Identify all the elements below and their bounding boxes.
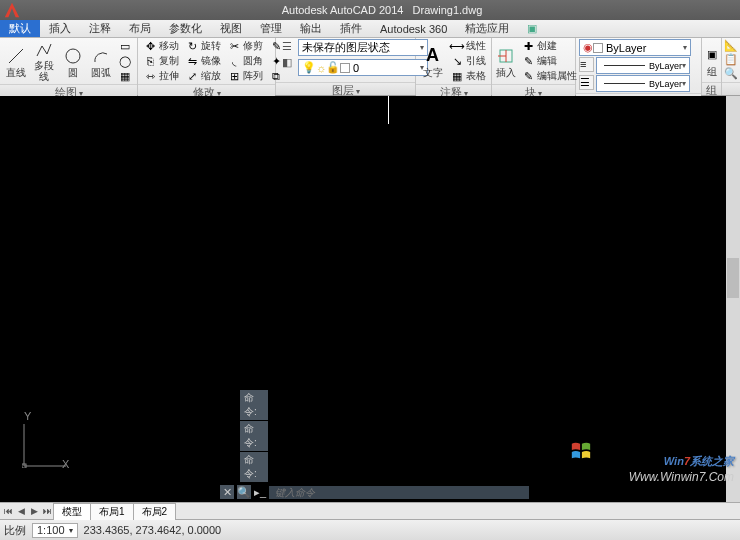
array-icon: ⊞ — [227, 70, 241, 83]
layer-state-combo[interactable]: 未保存的图层状态▾ — [298, 39, 428, 56]
polyline-icon — [33, 40, 55, 60]
insert-block-button[interactable]: 插入 — [495, 40, 517, 82]
panel-annotation: A 文字 ⟷线性 ↘引线 ▦表格 注释▾ — [416, 38, 492, 95]
tab-model[interactable]: 模型 — [53, 503, 91, 520]
stretch-icon: ⇿ — [143, 70, 157, 83]
cmd-history-line: 命令: — [240, 390, 268, 420]
fillet-button[interactable]: ◟圆角 — [225, 54, 265, 68]
create-icon: ✚ — [521, 40, 535, 53]
tab-view[interactable]: 视图 — [211, 20, 251, 37]
command-input[interactable] — [269, 486, 529, 499]
tab-featured[interactable]: 精选应用 — [456, 20, 518, 37]
tab-layout[interactable]: 布局 — [120, 20, 160, 37]
tab-annotate[interactable]: 注释 — [80, 20, 120, 37]
leader-button[interactable]: ↘引线 — [448, 54, 488, 68]
scroll-thumb-v[interactable] — [727, 258, 739, 298]
util-1[interactable]: 📐 — [724, 39, 738, 52]
match-icon: ≡ — [580, 58, 586, 70]
ucs-x-label: X — [62, 458, 69, 470]
array-button[interactable]: ⊞阵列 — [225, 69, 265, 83]
mirror-button[interactable]: ⇋镜像 — [183, 54, 223, 68]
cmd-close-button[interactable]: ✕ — [220, 485, 234, 499]
group-icon: ▣ — [701, 44, 723, 66]
tab-nav-next[interactable]: ▶ — [28, 505, 41, 518]
table-button[interactable]: ▦表格 — [448, 69, 488, 83]
match-prop-button[interactable]: ≡ — [579, 57, 594, 72]
layers-icon: ☰ — [282, 40, 292, 53]
scale-combo[interactable]: 1:100▾ — [32, 523, 78, 538]
scrollbar-vertical[interactable] — [726, 96, 740, 502]
panel-modify: ✥移动 ⎘复制 ⇿拉伸 ↻旋转 ⇋镜像 ⤢缩放 ✂修剪 ◟圆角 ⊞阵列 ✎ ✦ … — [138, 38, 276, 95]
trim-icon: ✂ — [227, 40, 241, 53]
stretch-button[interactable]: ⇿拉伸 — [141, 69, 181, 83]
line-icon — [5, 45, 27, 67]
title-bar: Autodesk AutoCAD 2014 Drawing1.dwg — [0, 0, 740, 20]
tab-nav-prev[interactable]: ◀ — [15, 505, 28, 518]
circle-icon — [62, 45, 84, 67]
util-2[interactable]: 📋 — [724, 53, 738, 66]
attr-icon: ✎ — [521, 70, 535, 83]
group-button[interactable]: ▣ 组 — [703, 39, 721, 81]
tab-overflow-icon[interactable]: ▣ — [518, 20, 546, 37]
draw-extra-1[interactable]: ▭ — [116, 39, 134, 53]
tab-plugins[interactable]: 插件 — [331, 20, 371, 37]
lweight-preview — [604, 65, 645, 66]
lineweight-combo[interactable]: ByLayer▾ — [596, 57, 690, 74]
text-button[interactable]: A 文字 — [419, 40, 446, 82]
list-prop-button[interactable]: ☰ — [579, 75, 594, 90]
window-title: Autodesk AutoCAD 2014 Drawing1.dwg — [24, 4, 740, 16]
app-logo-icon[interactable] — [0, 0, 24, 20]
trim-button[interactable]: ✂修剪 — [225, 39, 265, 53]
sun-icon: ☼ — [316, 62, 326, 74]
move-button[interactable]: ✥移动 — [141, 39, 181, 53]
arc-icon — [90, 45, 112, 67]
ucs-y-label: Y — [24, 410, 31, 422]
dim-icon: ⟷ — [450, 40, 464, 53]
linetype-combo[interactable]: ByLayer▾ — [596, 75, 690, 92]
tab-manage[interactable]: 管理 — [251, 20, 291, 37]
line-button[interactable]: 直线 — [3, 40, 29, 82]
rotate-button[interactable]: ↻旋转 — [183, 39, 223, 53]
tab-autodesk360[interactable]: Autodesk 360 — [371, 20, 456, 37]
panel-layer-title[interactable]: 图层▾ — [276, 82, 415, 95]
arc-button[interactable]: 圆弧 — [88, 40, 114, 82]
drawing-canvas[interactable]: Y X 命令: 命令: 命令: ✕ 🔍 ▸_ Win7系统之家 Www.Winw… — [0, 96, 740, 502]
scale-button[interactable]: ⤢缩放 — [183, 69, 223, 83]
measure-icon: 📐 — [724, 39, 738, 51]
block-edit-button[interactable]: ✎编辑 — [519, 54, 579, 68]
color-combo[interactable]: ◉ ByLayer▾ — [579, 39, 691, 56]
circle-button[interactable]: 圆 — [60, 40, 86, 82]
cmd-prompt-icon: ▸_ — [254, 486, 266, 499]
panel-group-title[interactable]: 组 — [702, 82, 721, 95]
scale-icon: ⤢ — [185, 70, 199, 83]
fillet-icon: ◟ — [227, 55, 241, 68]
crosshair-icon — [388, 96, 389, 124]
block-attr-button[interactable]: ✎编辑属性 — [519, 69, 579, 83]
svg-point-2 — [66, 49, 80, 63]
cmd-history-line: 命令: — [240, 421, 268, 451]
copy-icon: ⎘ — [143, 55, 157, 68]
text-icon: A — [422, 45, 444, 67]
rect-icon: ▭ — [118, 40, 132, 53]
tab-nav-first[interactable]: ⏮ — [2, 505, 15, 518]
table-icon: ▦ — [450, 70, 464, 83]
tab-layout2[interactable]: 布局2 — [133, 503, 177, 520]
tab-layout1[interactable]: 布局1 — [90, 503, 134, 520]
dimlinear-button[interactable]: ⟷线性 — [448, 39, 488, 53]
block-create-button[interactable]: ✚创建 — [519, 39, 579, 53]
layer-props-button[interactable]: ☰ — [279, 39, 294, 54]
draw-extra-3[interactable]: ▦ — [116, 69, 134, 83]
util-3[interactable]: 🔍 — [724, 67, 738, 80]
tab-output[interactable]: 输出 — [291, 20, 331, 37]
tab-default[interactable]: 默认 — [0, 20, 40, 37]
panel-draw: 直线 多段线 圆 圆弧 ▭ ◯ ▦ 绘图▾ — [0, 38, 138, 95]
tab-parametric[interactable]: 参数化 — [160, 20, 211, 37]
move-icon: ✥ — [143, 40, 157, 53]
draw-extra-2[interactable]: ◯ — [116, 54, 134, 68]
layer-combo[interactable]: 💡 ☼ 🔓 0 ▾ — [298, 59, 428, 76]
bulb-icon: 💡 — [302, 61, 316, 74]
tab-insert[interactable]: 插入 — [40, 20, 80, 37]
copy-button[interactable]: ⎘复制 — [141, 54, 181, 68]
polyline-button[interactable]: 多段线 — [31, 40, 57, 82]
layer-iso-button[interactable]: ◧ — [279, 55, 294, 70]
